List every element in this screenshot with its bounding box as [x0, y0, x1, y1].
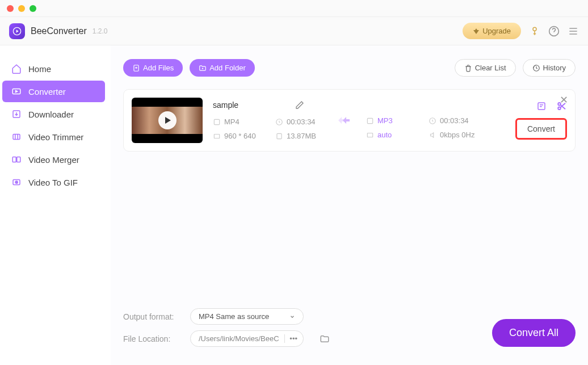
- svg-rect-7: [17, 157, 20, 162]
- home-icon: [11, 64, 22, 74]
- sidebar-item-label: Downloader: [28, 110, 74, 119]
- svg-rect-14: [214, 134, 219, 138]
- svg-rect-5: [13, 135, 20, 140]
- sidebar-item-label: Video Trimmer: [28, 132, 83, 142]
- edit-icon[interactable]: [295, 100, 304, 110]
- close-card-icon[interactable]: ✕: [559, 95, 568, 104]
- sidebar-item-label: Video To GIF: [28, 178, 78, 187]
- history-icon: [532, 64, 540, 72]
- trash-icon: [464, 64, 472, 72]
- converter-icon: [11, 86, 22, 97]
- file-resolution: 960 * 640: [224, 132, 256, 140]
- svg-point-1: [533, 27, 536, 31]
- svg-rect-16: [367, 118, 372, 123]
- svg-rect-12: [214, 119, 219, 124]
- svg-rect-18: [367, 133, 372, 137]
- convert-button[interactable]: Convert: [515, 118, 567, 140]
- output-format-label: Output format:: [123, 312, 180, 321]
- audio-icon: [429, 131, 436, 139]
- file-format: MP4: [224, 118, 240, 126]
- settings-icon[interactable]: [536, 101, 547, 111]
- app-logo: [9, 23, 25, 39]
- app-name: BeeConverter: [31, 26, 87, 36]
- svg-rect-6: [12, 157, 16, 162]
- resolution-icon: [366, 131, 374, 139]
- format-icon: [213, 118, 221, 126]
- sidebar-item-home[interactable]: Home: [2, 58, 105, 79]
- content-area: Add Files Add Folder Clear List History …: [111, 45, 588, 365]
- app-header: BeeConverter 1.2.0 Upgrade: [0, 17, 588, 45]
- toolbar: Add Files Add Folder Clear List History: [123, 59, 576, 77]
- sidebar-item-label: Video Merger: [28, 155, 79, 165]
- sidebar-item-converter[interactable]: Converter: [2, 81, 105, 102]
- output-format-dropdown[interactable]: MP4 Same as source: [190, 308, 304, 325]
- card-actions: Convert: [515, 101, 567, 140]
- convert-arrow-icon: [335, 115, 351, 126]
- help-icon[interactable]: [548, 26, 560, 37]
- svg-text:G: G: [15, 181, 18, 184]
- folder-plus-icon: [199, 64, 207, 72]
- sidebar-item-downloader[interactable]: Downloader: [2, 103, 105, 125]
- file-card: ✕ sample MP4 00:03:34 960 * 640 13.87MB: [123, 89, 576, 152]
- clock-icon: [429, 117, 436, 125]
- file-location-label: File Location:: [123, 334, 180, 343]
- history-button[interactable]: History: [523, 59, 576, 77]
- resolution-icon: [213, 132, 221, 140]
- sidebar-item-gif[interactable]: G Video To GIF: [2, 171, 105, 193]
- sidebar-item-trimmer[interactable]: Video Trimmer: [2, 126, 105, 148]
- merger-icon: [11, 154, 22, 165]
- svg-point-21: [558, 107, 561, 110]
- svg-rect-15: [277, 133, 282, 139]
- key-icon[interactable]: [529, 26, 540, 37]
- file-location-field[interactable]: /Users/link/Movies/BeeC •••: [190, 330, 304, 347]
- source-file-info: sample MP4 00:03:34 960 * 640 13.87MB: [213, 100, 321, 140]
- gif-icon: G: [11, 177, 22, 187]
- sidebar-item-label: Home: [28, 64, 51, 74]
- file-plus-icon: [132, 64, 140, 72]
- close-window-icon[interactable]: [7, 5, 14, 12]
- output-format: MP3: [377, 116, 393, 125]
- output-audio: 0kbps 0Hz: [440, 131, 474, 139]
- video-thumbnail[interactable]: [132, 98, 203, 143]
- file-duration: 00:03:34: [287, 118, 316, 126]
- sidebar-item-label: Converter: [28, 87, 66, 97]
- file-name: sample: [213, 100, 238, 110]
- clear-list-button[interactable]: Clear List: [455, 59, 516, 77]
- menu-icon[interactable]: [568, 26, 579, 37]
- convert-all-button[interactable]: Convert All: [492, 319, 576, 347]
- sidebar: Home Converter Downloader Video Trimmer …: [0, 45, 111, 365]
- clock-icon: [275, 118, 283, 126]
- download-icon: [11, 109, 22, 119]
- output-duration: 00:03:34: [440, 116, 469, 125]
- app-version: 1.2.0: [93, 27, 108, 35]
- upgrade-button[interactable]: Upgrade: [463, 23, 521, 39]
- add-folder-button[interactable]: Add Folder: [190, 59, 255, 77]
- trimmer-icon: [11, 132, 22, 142]
- play-icon: [158, 111, 177, 129]
- minimize-window-icon[interactable]: [18, 5, 25, 12]
- output-file-info: MP3 00:03:34 auto 0kbps 0Hz: [366, 116, 474, 139]
- diamond-icon: [473, 28, 480, 35]
- maximize-window-icon[interactable]: [30, 5, 36, 12]
- titlebar: [0, 0, 588, 17]
- window-controls: [7, 5, 36, 12]
- chevron-down-icon: [289, 314, 295, 320]
- format-icon: [366, 117, 374, 125]
- bottom-settings: Output format: MP4 Same as source File L…: [123, 308, 576, 353]
- add-files-button[interactable]: Add Files: [123, 59, 183, 77]
- size-icon: [275, 132, 283, 140]
- file-size: 13.87MB: [287, 132, 316, 140]
- output-resolution: auto: [377, 131, 392, 139]
- more-dots-icon[interactable]: •••: [284, 334, 297, 343]
- folder-open-icon[interactable]: [320, 334, 330, 344]
- sidebar-item-merger[interactable]: Video Merger: [2, 149, 105, 170]
